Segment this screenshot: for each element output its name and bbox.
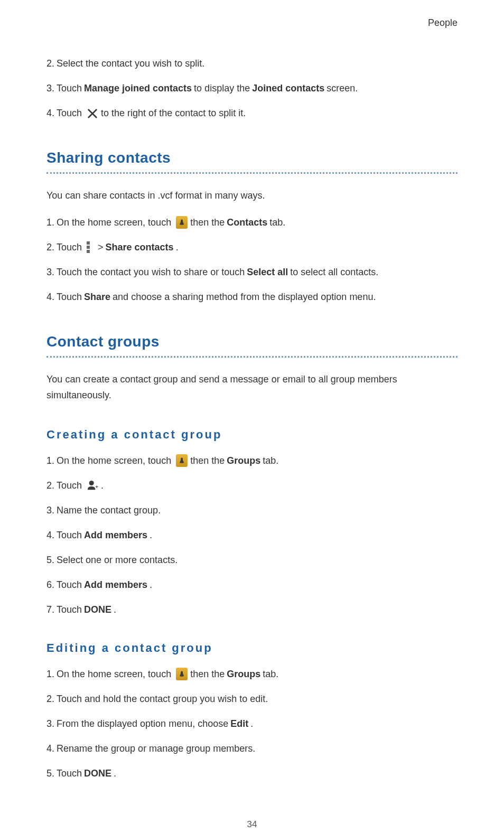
step-number: 6. [46, 578, 54, 592]
step-number: 1. [46, 667, 54, 681]
step-item: 1. On the home screen, touch then the Gr… [46, 667, 458, 681]
page-number: 34 [46, 818, 458, 831]
step-item: 5. Touch DONE . [46, 766, 458, 781]
contacts-app-icon [176, 216, 188, 229]
step-text: to display the [194, 81, 250, 96]
step-text: On the home screen, touch [57, 667, 171, 681]
section-heading-groups: Contact groups [46, 331, 458, 353]
step-number: 2. [46, 57, 54, 71]
step-number: 4. [46, 528, 54, 542]
step-text: and choose a sharing method from the dis… [113, 290, 376, 304]
step-item: 4. Touch to the right of the contact to … [46, 106, 458, 120]
step-number: 2. [46, 479, 54, 493]
step-text: screen. [326, 81, 358, 96]
section-intro: You can create a contact group and send … [46, 371, 458, 404]
step-item: 5. Select one or more contacts. [46, 553, 458, 567]
step-text: . [150, 528, 152, 542]
step-text: Touch the contact you wish to share or t… [57, 265, 245, 279]
step-number: 2. [46, 692, 54, 706]
step-item: 2. Select the contact you wish to split. [46, 57, 458, 71]
step-number: 2. [46, 240, 54, 255]
step-text: Touch [57, 81, 82, 96]
step-bold: Share contacts [106, 240, 174, 255]
step-bold: Add members [84, 528, 147, 542]
step-number: 3. [46, 503, 54, 518]
step-text: Select one or more contacts. [57, 553, 178, 567]
overflow-menu-icon [86, 241, 90, 253]
breadcrumb-separator: > [98, 240, 104, 255]
step-bold: Add members [84, 578, 147, 592]
step-item: 3. Touch the contact you wish to share o… [46, 265, 458, 279]
step-text: Touch [57, 479, 82, 493]
step-item: 7. Touch DONE . [46, 603, 458, 617]
step-item: 4. Touch Add members . [46, 528, 458, 542]
step-text: On the home screen, touch [57, 454, 171, 468]
svg-text:+: + [96, 485, 98, 490]
step-text: then the [190, 216, 225, 230]
step-item: 3. From the displayed option menu, choos… [46, 717, 458, 731]
step-number: 4. [46, 106, 54, 120]
step-number: 3. [46, 265, 54, 279]
step-item: 1. On the home screen, touch then the Gr… [46, 454, 458, 468]
step-text: tab. [263, 454, 278, 468]
section-heading-sharing: Sharing contacts [46, 147, 458, 169]
close-icon [87, 108, 98, 119]
step-text: . [114, 603, 116, 617]
step-number: 5. [46, 766, 54, 781]
contacts-app-icon [176, 454, 188, 467]
step-item: 1. On the home screen, touch then the Co… [46, 216, 458, 230]
step-text: to the right of the contact to split it. [101, 106, 246, 120]
step-bold: Share [84, 290, 110, 304]
step-number: 7. [46, 603, 54, 617]
step-number: 3. [46, 81, 54, 96]
step-bold: Manage joined contacts [84, 81, 192, 96]
step-number: 5. [46, 553, 54, 567]
sub-heading-create-group: Creating a contact group [46, 426, 458, 443]
step-bold: Select all [247, 265, 288, 279]
step-bold: DONE [84, 603, 111, 617]
step-item: 2. Touch + . [46, 479, 458, 493]
step-text: Name the contact group. [57, 503, 161, 518]
step-text: tab. [263, 667, 278, 681]
step-text: then the [190, 667, 225, 681]
step-text: Touch [57, 106, 82, 120]
step-text: Touch and hold the contact group you wis… [57, 692, 268, 706]
step-text: Touch [57, 240, 82, 255]
contacts-app-icon [176, 668, 188, 680]
step-text: then the [190, 454, 225, 468]
step-item: 4. Touch Share and choose a sharing meth… [46, 290, 458, 304]
step-number: 4. [46, 290, 54, 304]
step-bold: Joined contacts [252, 81, 324, 96]
add-person-icon: + [87, 480, 98, 491]
step-text: . [114, 766, 116, 781]
step-bold: Groups [227, 667, 260, 681]
step-number: 4. [46, 742, 54, 756]
sub-heading-edit-group: Editing a contact group [46, 639, 458, 657]
step-text: Select the contact you wish to split. [57, 57, 204, 71]
step-text: On the home screen, touch [57, 216, 171, 230]
step-text: Rename the group or manage group members… [57, 742, 255, 756]
dotted-divider [46, 172, 458, 174]
step-number: 1. [46, 454, 54, 468]
step-item: 2. Touch and hold the contact group you … [46, 692, 458, 706]
section-header: People [46, 16, 458, 30]
step-text: Touch [57, 766, 82, 781]
dotted-divider [46, 356, 458, 358]
step-text: . [250, 717, 253, 731]
step-text: Touch [57, 290, 82, 304]
step-text: . [176, 240, 179, 255]
step-bold: DONE [84, 766, 111, 781]
step-item: 2. Touch > Share contacts . [46, 240, 458, 255]
step-bold: Contacts [227, 216, 267, 230]
step-text: . [150, 578, 152, 592]
step-text: From the displayed option menu, choose [57, 717, 228, 731]
step-text: Touch [57, 578, 82, 592]
step-text: tab. [269, 216, 285, 230]
step-bold: Edit [230, 717, 248, 731]
step-number: 1. [46, 216, 54, 230]
step-item: 6. Touch Add members . [46, 578, 458, 592]
step-text: to select all contacts. [290, 265, 378, 279]
svg-point-0 [89, 481, 94, 485]
step-item: 3. Name the contact group. [46, 503, 458, 518]
step-text: . [101, 479, 104, 493]
